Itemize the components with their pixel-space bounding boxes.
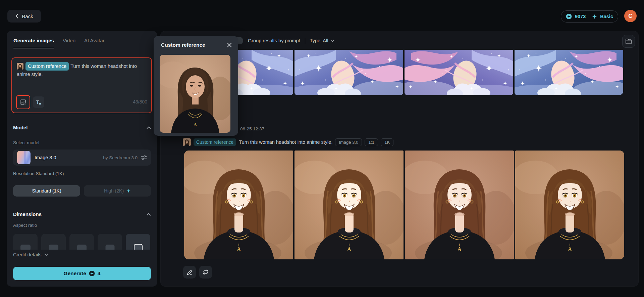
premium-sparkle-icon xyxy=(126,188,131,193)
back-button[interactable]: Back xyxy=(7,10,41,23)
aspect-ratio-tile-1-1[interactable] xyxy=(126,234,150,250)
resolution-standard-label: Standard (1K) xyxy=(32,188,61,194)
previous-results-row xyxy=(184,50,623,95)
model-provider: by Seedream 3.0 xyxy=(103,155,138,160)
add-image-highlight-box xyxy=(16,95,30,109)
result-model-tag: Image 3.0 xyxy=(335,138,362,146)
popup-header: Custom reference xyxy=(154,36,238,48)
result-timestamp: 06-25 12:37 xyxy=(240,126,264,131)
result-image-2[interactable] xyxy=(294,151,404,259)
assets-folder-button[interactable] xyxy=(622,35,635,48)
result-image-3[interactable] xyxy=(405,151,514,259)
sliders-icon[interactable] xyxy=(141,155,147,160)
resolution-high-label: High (2K) xyxy=(104,188,124,194)
tab-ai-avatar[interactable]: AI Avatar xyxy=(84,38,105,48)
repeat-icon xyxy=(202,269,209,275)
type-filter-dropdown[interactable]: Type: All xyxy=(310,38,334,43)
reference-thumbnail[interactable] xyxy=(17,63,23,70)
previous-result-image-2[interactable] xyxy=(294,50,403,95)
aspect-ratio-tile-2[interactable] xyxy=(41,234,66,250)
result-resolution-tag: 1K xyxy=(381,138,393,146)
previous-result-image-4[interactable] xyxy=(515,50,623,95)
popup-close-button[interactable] xyxy=(227,42,232,48)
model-name: Image 3.0 xyxy=(35,155,56,160)
result-image-grid xyxy=(184,151,624,259)
generate-button[interactable]: Generate 4 xyxy=(13,267,151,280)
custom-reference-popup: Custom reference xyxy=(154,36,238,136)
close-icon xyxy=(227,42,232,48)
credits-count: 9073 xyxy=(575,14,586,19)
sidebar-tabs: Generate images Video AI Avatar xyxy=(13,38,105,48)
char-counter: 43/800 xyxy=(133,98,147,106)
result-actions xyxy=(183,266,212,279)
resolution-standard-button[interactable]: Standard (1K) xyxy=(13,185,80,197)
dimensions-section-header[interactable]: Dimensions xyxy=(13,211,151,217)
resolution-label: Resolution:Standard (1K) xyxy=(13,171,64,176)
text-style-button[interactable]: T„ xyxy=(33,96,44,108)
ratio-shape xyxy=(20,245,31,250)
ratio-shape-selected xyxy=(134,244,143,250)
model-thumbnail xyxy=(17,151,31,164)
ratio-shape xyxy=(105,245,114,250)
popup-title: Custom reference xyxy=(161,42,205,48)
toolbar-divider xyxy=(305,38,305,44)
generate-cost: 4 xyxy=(98,270,101,277)
model-meta: by Seedream 3.0 xyxy=(103,155,147,160)
credits-coin-icon xyxy=(566,13,572,19)
user-avatar[interactable]: C xyxy=(624,10,637,22)
avatar-letter: C xyxy=(628,13,632,19)
tab-video[interactable]: Video xyxy=(63,38,75,48)
aspect-ratio-options xyxy=(13,234,150,250)
group-results-label: Group results by prompt xyxy=(248,38,300,43)
result-prompt-text: Turn this woman headshot into anime styl… xyxy=(239,139,332,145)
aspect-ratio-tile-4[interactable] xyxy=(98,234,122,250)
reference-tag-chip[interactable]: Custom reference xyxy=(25,62,69,71)
pill-divider xyxy=(589,14,589,19)
back-label: Back xyxy=(22,13,33,19)
result-prompt-row: Custom reference Turn this woman headsho… xyxy=(183,138,393,146)
result-image-1[interactable] xyxy=(184,151,293,259)
credit-details-toggle[interactable]: Credit details xyxy=(13,252,48,257)
add-reference-image-button[interactable] xyxy=(17,96,29,108)
model-section-header[interactable]: Model xyxy=(13,125,151,130)
model-selector[interactable]: Image 3.0 by Seedream 3.0 xyxy=(13,150,151,166)
model-heading: Model xyxy=(13,125,28,130)
generate-label: Generate xyxy=(64,270,86,277)
regenerate-button[interactable] xyxy=(199,266,212,279)
result-ratio-tag: 1:1 xyxy=(365,138,378,146)
generation-sidebar: Generate images Video AI Avatar Custom r… xyxy=(7,31,157,287)
result-image-4[interactable] xyxy=(515,151,624,259)
chevron-up-icon xyxy=(147,213,151,216)
aspect-ratio-tile-1[interactable] xyxy=(13,234,38,250)
result-reference-tag[interactable]: Custom reference xyxy=(194,138,236,146)
prompt-input[interactable]: Custom referenceTurn this woman headshot… xyxy=(11,57,152,113)
previous-result-image-3[interactable] xyxy=(405,50,513,95)
chevron-down-icon xyxy=(44,253,48,256)
credits-plan-pill[interactable]: 9073 Basic xyxy=(561,10,618,23)
chevron-left-icon xyxy=(15,13,19,19)
text-quote-icon: T„ xyxy=(36,98,41,106)
dimensions-heading: Dimensions xyxy=(13,211,42,217)
result-reference-thumbnail[interactable] xyxy=(183,138,191,146)
aspect-ratio-label: Aspect ratio xyxy=(13,223,37,228)
prompt-toolbar: T„ 43/800 xyxy=(16,95,147,109)
ratio-shape xyxy=(49,245,58,250)
resolution-high-button[interactable]: High (2K) xyxy=(84,185,151,197)
type-filter-label: Type: All xyxy=(310,38,328,43)
plan-label: Basic xyxy=(600,14,613,19)
plan-sparkle-icon xyxy=(592,14,597,19)
pencil-icon xyxy=(186,269,193,275)
folder-icon xyxy=(625,38,632,44)
chevron-down-icon xyxy=(330,40,334,42)
aspect-ratio-tile-3[interactable] xyxy=(69,234,94,250)
image-add-icon xyxy=(20,99,26,105)
cost-coin-icon xyxy=(89,270,95,277)
ratio-shape xyxy=(77,245,87,250)
resolution-options: Standard (1K) High (2K) xyxy=(13,185,151,197)
select-model-label: Select model xyxy=(13,140,39,145)
chevron-up-icon xyxy=(147,126,151,129)
credit-details-label: Credit details xyxy=(13,252,42,257)
edit-prompt-button[interactable] xyxy=(183,266,196,279)
tab-generate-images[interactable]: Generate images xyxy=(13,38,54,48)
reference-photo[interactable] xyxy=(160,55,230,133)
